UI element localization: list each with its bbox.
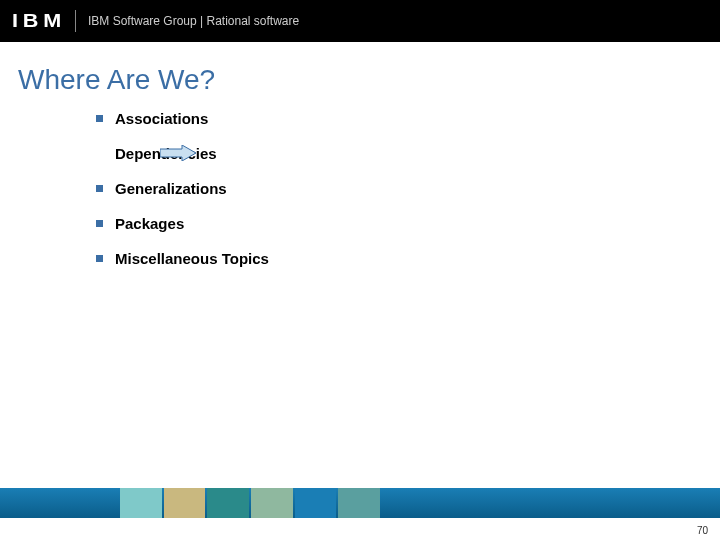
- footer-accent-graphic: [120, 488, 380, 518]
- bullet-square-icon: [96, 255, 103, 262]
- footer-block: [207, 488, 249, 518]
- bullet-item-associations: Associations: [96, 110, 720, 127]
- current-arrow-icon: [160, 145, 196, 165]
- footer-block: [164, 488, 206, 518]
- bullet-item-misc-topics: Miscellaneous Topics: [96, 250, 720, 267]
- bullet-item-generalizations: Generalizations: [96, 180, 720, 197]
- header-divider: [75, 10, 76, 32]
- bullet-item-packages: Packages: [96, 215, 720, 232]
- bullet-label: Miscellaneous Topics: [115, 250, 269, 267]
- footer-block: [295, 488, 337, 518]
- bullet-square-icon: [96, 115, 103, 122]
- footer-block: [251, 488, 293, 518]
- header-group-text: IBM Software Group | Rational software: [88, 14, 299, 28]
- slide-title: Where Are We?: [18, 64, 720, 96]
- footer-block: [120, 488, 162, 518]
- page-number: 70: [697, 525, 708, 536]
- footer-bar: [0, 488, 720, 518]
- footer-block: [338, 488, 380, 518]
- slide-header: IBM IBM Software Group | Rational softwa…: [0, 0, 720, 42]
- bullet-list: Associations Dependencies Generalization…: [96, 110, 720, 267]
- bullet-label: Associations: [115, 110, 208, 127]
- bullet-label: Packages: [115, 215, 184, 232]
- bullet-label: Generalizations: [115, 180, 227, 197]
- bullet-square-icon: [96, 185, 103, 192]
- bullet-square-icon: [96, 220, 103, 227]
- ibm-logo: IBM: [12, 11, 66, 32]
